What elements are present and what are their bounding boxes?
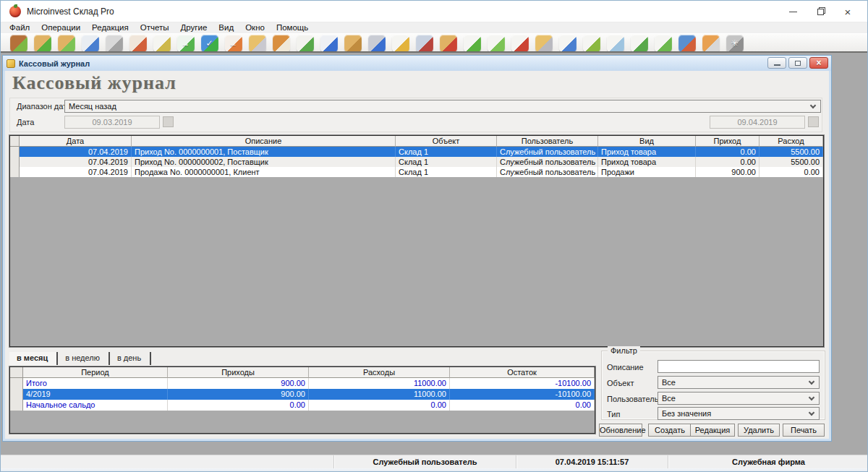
person-document-button[interactable] — [699, 34, 723, 53]
document-box-in-button[interactable] — [460, 34, 484, 53]
menu-item[interactable]: Вид — [213, 22, 239, 33]
column-header[interactable]: Объект — [396, 136, 497, 147]
close-icon: × — [845, 7, 851, 17]
menu-item[interactable]: Отчеты — [135, 22, 175, 33]
column-header[interactable]: Период — [23, 367, 168, 378]
date-to-picker-button[interactable] — [808, 116, 819, 127]
document-mail-copy-button[interactable] — [603, 34, 627, 53]
arrow-right-glyph: → — [182, 38, 190, 48]
date-range-select[interactable]: Месяц назад — [64, 100, 821, 113]
description-label: Описание — [607, 363, 644, 372]
date-from-field[interactable]: 09.03.2019 — [64, 116, 160, 129]
document-box-up-button[interactable] — [556, 34, 579, 53]
table-cell: 900.00 — [168, 378, 309, 389]
restore-icon — [795, 61, 801, 66]
description-input[interactable] — [658, 360, 820, 373]
restore-icon — [817, 9, 824, 15]
exit-door-button[interactable] — [7, 34, 30, 53]
table-row[interactable]: 07.04.2019Приход No. 0000000002, Поставщ… — [10, 157, 823, 167]
column-header[interactable]: Описание — [132, 136, 396, 147]
cubes-button[interactable] — [102, 34, 126, 53]
arrow-check-button[interactable]: ✓ — [197, 34, 221, 53]
person-blue-button[interactable] — [317, 34, 341, 53]
document-coins-box-button[interactable] — [627, 34, 651, 53]
object-select[interactable]: Все — [658, 376, 820, 389]
menu-item[interactable]: Файл — [4, 22, 35, 33]
create-button[interactable]: Создать — [648, 424, 692, 437]
menu-item[interactable]: Операции — [35, 22, 86, 33]
column-header[interactable]: Дата — [20, 136, 132, 147]
box-arrows-button[interactable] — [54, 34, 78, 53]
box-recycle-icon — [34, 35, 51, 52]
column-header[interactable]: Приходы — [168, 367, 309, 378]
row-indicator — [10, 400, 23, 411]
person-chat-button[interactable] — [126, 34, 150, 53]
table-cell: 07.04.2019 — [20, 147, 132, 157]
close-button[interactable]: × — [834, 1, 861, 22]
settings-gear-icon: ✳ — [726, 35, 744, 52]
delete-button[interactable]: Удалить — [738, 424, 780, 437]
refresh-button[interactable]: Обновление — [599, 424, 642, 437]
envelope-money-button[interactable] — [293, 34, 317, 53]
table-row[interactable]: Начальное сальдо0.000.000.00 — [10, 400, 595, 411]
arrow-right-icon: → — [177, 35, 195, 52]
document-clip-button[interactable] — [150, 34, 174, 53]
arrow-left-button[interactable]: ← — [221, 34, 245, 53]
document-coins-button[interactable] — [388, 34, 412, 53]
table-cell: Служебный пользователь — [497, 167, 598, 177]
envelope-money-icon — [297, 35, 314, 52]
settings-gear-glyph: ✳ — [731, 38, 738, 48]
child-restore-button[interactable] — [788, 57, 807, 69]
column-header[interactable]: Вид — [598, 136, 696, 147]
column-header[interactable]: Расходы — [309, 367, 450, 378]
table-row[interactable]: 07.04.2019Приход No. 0000000001, Поставщ… — [10, 147, 823, 157]
document-clock-button[interactable] — [579, 34, 603, 53]
document-refresh-button[interactable] — [508, 34, 532, 53]
document-box-out-button[interactable] — [484, 34, 508, 53]
wrench-screwdriver-button[interactable] — [412, 34, 436, 53]
clipboard-button[interactable] — [245, 34, 269, 53]
child-minimize-button[interactable] — [767, 57, 786, 69]
column-header[interactable]: Расход — [760, 136, 823, 147]
arrow-right-button[interactable]: → — [174, 34, 197, 53]
keys-button[interactable] — [365, 34, 388, 53]
table-row[interactable]: 07.04.2019Продажа No. 0000000001, Клиент… — [10, 167, 823, 177]
restore-button[interactable] — [807, 1, 834, 22]
type-select[interactable]: Без значения — [658, 407, 820, 420]
tab-3[interactable]: в день — [110, 352, 151, 365]
calendar-box-button[interactable] — [436, 34, 460, 53]
menu-item[interactable]: Редакция — [86, 22, 135, 33]
arrow-left-glyph: ← — [229, 38, 238, 48]
report-person-button[interactable] — [675, 34, 699, 53]
box-recycle-button[interactable] — [30, 34, 54, 53]
table-row[interactable]: 4/2019900.0011000.00-10100.00 — [10, 389, 595, 400]
minimize-button[interactable] — [779, 1, 807, 22]
column-header[interactable]: Приход — [696, 136, 760, 147]
address-book-button[interactable] — [269, 34, 293, 53]
user-select[interactable]: Все — [658, 392, 820, 405]
cash-journal-table: ДатаОписаниеОбъектПользовательВидПриходР… — [9, 135, 824, 347]
edit-button[interactable]: Редакция — [690, 424, 735, 437]
tab-2[interactable]: в неделю — [58, 352, 110, 365]
menu-item[interactable]: Окно — [239, 22, 271, 33]
date-to-field[interactable]: 09.04.2019 — [710, 116, 805, 129]
keys-icon — [368, 35, 386, 52]
date-range-label: Диапазон дат — [17, 102, 67, 111]
menu-item[interactable]: Другие — [175, 22, 213, 33]
table-cell: Итого — [23, 378, 168, 389]
table-cell: -10100.00 — [450, 378, 595, 389]
menu-item[interactable]: Помощь — [271, 22, 314, 33]
child-close-button[interactable]: × — [809, 57, 828, 69]
column-header[interactable]: Пользователь — [497, 136, 598, 147]
child-title-bar[interactable]: Кассовый журнал × — [3, 56, 831, 71]
parcel-box-button[interactable] — [341, 34, 365, 53]
snowflake-tools-button[interactable] — [78, 34, 102, 53]
document-box-green-button[interactable] — [651, 34, 675, 53]
date-from-picker-button[interactable] — [163, 116, 174, 127]
column-header[interactable]: Остаток — [450, 367, 595, 378]
table-row[interactable]: Итого900.0011000.00-10100.00 — [10, 378, 595, 389]
tab-1[interactable]: в месяц — [9, 352, 58, 365]
print-button[interactable]: Печать — [783, 424, 825, 437]
clipboard-box-button[interactable] — [532, 34, 556, 53]
settings-gear-button[interactable]: ✳ — [723, 34, 746, 53]
